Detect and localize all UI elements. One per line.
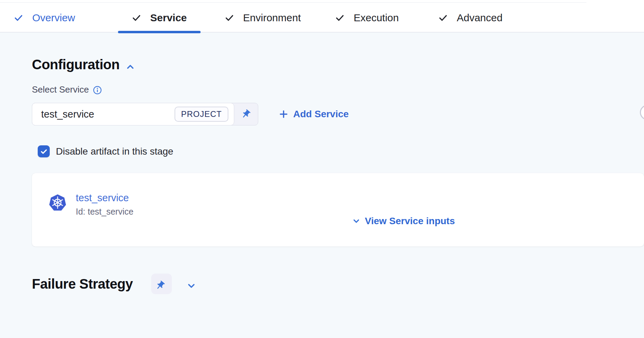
service-select-group: test_service PROJECT — [32, 103, 258, 125]
tab-overview[interactable]: Overview — [0, 3, 89, 33]
service-id-text: Id: test_service — [76, 207, 133, 217]
disable-artifact-label: Disable artifact in this stage — [56, 146, 173, 157]
service-entity-row: test_service Id: test_service — [49, 192, 133, 217]
service-card: test_service Id: test_service View Servi… — [32, 173, 644, 246]
select-service-label: Select Service — [32, 84, 89, 95]
tab-advanced[interactable]: Advanced — [425, 3, 516, 33]
stage-tab-bar: Overview Service Environment — [0, 0, 644, 33]
disable-artifact-checkbox[interactable] — [38, 145, 50, 157]
failure-strategy-section-header: Failure Strategy — [32, 274, 196, 294]
section-title: Configuration — [32, 57, 120, 72]
stage-tabs: Overview Service Environment — [0, 3, 516, 33]
edge-floating-button[interactable] — [640, 105, 644, 120]
select-service-label-row: Select Service — [32, 84, 102, 95]
check-icon — [335, 13, 345, 23]
tab-execution[interactable]: Execution — [321, 3, 413, 33]
kubernetes-icon — [49, 194, 66, 212]
info-icon[interactable] — [93, 86, 102, 95]
disable-artifact-row: Disable artifact in this stage — [38, 145, 173, 157]
input-type-pin-button[interactable] — [234, 103, 258, 125]
configuration-section-header: Configuration — [32, 57, 135, 72]
chevron-up-icon[interactable] — [125, 60, 135, 70]
view-service-inputs-toggle[interactable]: View Service inputs — [352, 216, 455, 227]
chevron-down-icon[interactable] — [186, 279, 196, 289]
chevron-down-icon — [352, 217, 361, 226]
tab-label: Advanced — [457, 12, 502, 24]
check-icon — [14, 13, 23, 23]
check-icon — [225, 13, 234, 23]
pushpin-icon — [154, 277, 169, 291]
tab-environment[interactable]: Environment — [211, 3, 314, 33]
tab-service[interactable]: Service — [118, 3, 201, 33]
active-tab-underline — [118, 31, 201, 33]
tab-label: Service — [150, 12, 187, 24]
view-service-inputs-label: View Service inputs — [365, 216, 455, 227]
failure-strategy-pin-button[interactable] — [151, 274, 172, 294]
tab-label: Overview — [32, 12, 75, 24]
check-icon — [438, 13, 448, 23]
service-select-input[interactable]: test_service PROJECT — [32, 103, 234, 125]
plus-icon — [279, 109, 288, 119]
service-name-link[interactable]: test_service — [76, 192, 133, 204]
tab-label: Execution — [354, 12, 399, 24]
scope-badge: PROJECT — [175, 107, 228, 122]
tab-label: Environment — [243, 12, 301, 24]
check-icon — [132, 13, 141, 23]
service-select-value: test_service — [41, 109, 94, 120]
add-service-button[interactable]: Add Service — [279, 103, 349, 125]
section-title: Failure Strategy — [32, 276, 133, 292]
add-service-label: Add Service — [293, 109, 349, 120]
pushpin-icon — [239, 107, 253, 121]
stage-configuration-page: Overview Service Environment — [0, 0, 644, 338]
